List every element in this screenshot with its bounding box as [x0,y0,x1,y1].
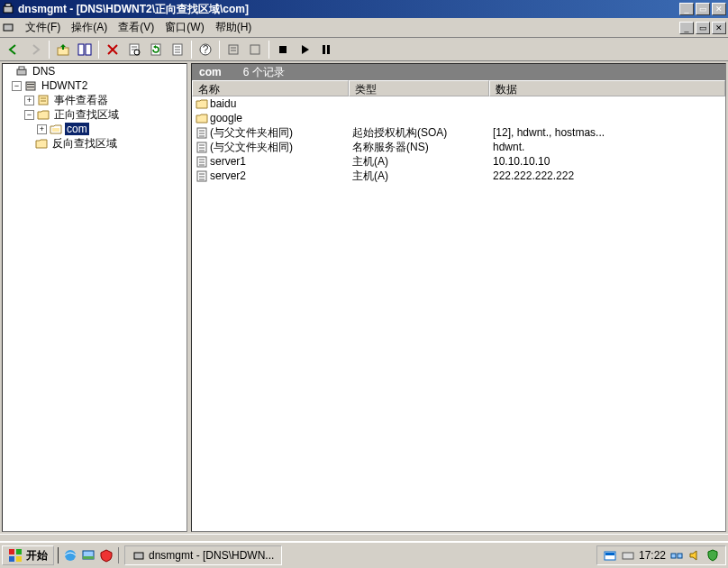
ie-icon[interactable] [62,547,78,563]
minimize-button[interactable]: _ [679,3,694,15]
col-header-name[interactable]: 名称 [192,80,349,96]
mdi-close-button[interactable]: ✕ [712,22,726,34]
svg-rect-4 [78,44,84,55]
record-icon [196,169,208,182]
cell-name: (与父文件夹相同) [192,140,349,155]
dns-icon [14,64,29,78]
tree-panel[interactable]: DNS − HDWNT2 [2,63,187,532]
toolbar-separator [49,41,50,59]
start-button[interactable]: 开始 [2,545,54,565]
delete-button[interactable] [103,40,123,60]
forward-button[interactable] [25,40,45,60]
svg-rect-29 [39,96,48,105]
server-icon [23,78,38,93]
tool-button-1[interactable] [223,40,243,60]
security-icon[interactable] [98,547,114,563]
record-icon [196,126,208,139]
task-button-dnsmgmt[interactable]: dnsmgmt - [DNS\HDWN... [124,545,282,565]
menu-view[interactable]: 查看(V) [113,18,159,37]
mdi-minimize-button[interactable]: _ [679,22,694,34]
system-tray[interactable]: 17:22 [596,545,726,565]
svg-rect-49 [9,549,14,554]
tool-button-2[interactable] [245,40,265,60]
toolbar-separator [219,41,220,59]
cell-data: 10.10.10.10 [489,155,725,168]
col-header-type[interactable]: 类型 [349,80,489,96]
menu-window[interactable]: 窗口(W) [159,18,209,37]
svg-rect-24 [17,69,26,75]
show-desktop-icon[interactable] [80,547,96,563]
svg-rect-32 [52,128,59,132]
tray-shield-icon[interactable] [705,548,720,563]
refresh-button[interactable] [146,40,166,60]
export-button[interactable] [168,40,187,60]
toolbar-separator [268,41,269,59]
svg-rect-59 [623,553,633,559]
mdi-restore-button[interactable]: ▭ [696,22,710,34]
cell-type: 主机(A) [349,169,489,184]
svg-point-53 [65,550,76,561]
menu-help[interactable]: 帮助(H) [210,18,258,37]
show-hide-tree-button[interactable] [75,40,95,60]
cell-data: 222.222.222.222 [489,169,725,182]
table-row[interactable]: server2主机(A)222.222.222.222 [192,169,725,183]
cell-type: 主机(A) [349,154,489,169]
pause-button[interactable] [316,40,336,60]
tree-event-viewer[interactable]: + 事件查看器 [3,93,187,107]
collapse-icon[interactable]: − [12,81,22,91]
play-button[interactable] [295,40,314,60]
close-button[interactable]: ✕ [712,3,726,15]
tray-volume-icon[interactable] [687,548,702,563]
table-row[interactable]: (与父文件夹相同)起始授权机构(SOA)[12], hdwnt., hostma… [192,125,725,140]
tray-network-icon[interactable] [669,548,684,563]
tree-rev-zone[interactable]: 反向查找区域 [3,136,187,151]
menu-action[interactable]: 操作(A) [66,18,113,37]
tree-server[interactable]: − HDWNT2 [3,78,187,93]
tray-clock[interactable]: 17:22 [639,549,666,562]
restore-button[interactable]: ▭ [696,3,710,15]
collapse-icon[interactable]: − [24,110,34,120]
svg-rect-27 [27,84,34,85]
tree-root-dns[interactable]: DNS [3,64,187,78]
svg-rect-26 [26,82,35,90]
mdi-buttons: _ ▭ ✕ [678,22,726,34]
svg-rect-60 [671,554,676,558]
tray-ime-icon[interactable] [603,548,617,563]
expand-icon[interactable]: + [24,96,34,105]
svg-rect-17 [229,45,238,54]
menu-bar: 文件(F) 操作(A) 查看(V) 窗口(W) 帮助(H) _ ▭ ✕ [0,18,728,38]
mdi-icon [2,21,16,35]
folder-icon [36,107,50,122]
help-button[interactable]: ? [196,40,215,60]
svg-rect-23 [327,45,330,54]
list-rows[interactable]: baidugoogle(与父文件夹相同)起始授权机构(SOA)[12], hdw… [192,96,725,531]
svg-rect-52 [16,556,22,562]
tree-zone-com[interactable]: + com [3,122,187,136]
properties-button[interactable] [124,40,144,60]
status-bar [0,534,728,541]
up-button[interactable] [53,40,73,60]
list-panel: com 6 个记录 名称 类型 数据 baidugoogle(与父文件夹相同)起… [191,63,726,532]
app-icon [2,3,14,15]
table-row[interactable]: baidu [192,96,725,111]
toolbar: ? [0,38,728,61]
stop-button[interactable] [273,40,293,60]
menu-file[interactable]: 文件(F) [20,18,66,37]
folder-icon [34,136,49,151]
list-header-dark: com 6 个记录 [192,64,725,80]
col-header-data[interactable]: 数据 [489,80,725,96]
svg-rect-51 [9,556,14,562]
window-title: dnsmgmt - [DNS\HDWNT2\正向查找区域\com] [18,2,678,17]
expand-icon[interactable]: + [37,124,47,134]
window-buttons: _ ▭ ✕ [678,3,726,15]
tree-fwd-zone[interactable]: − 正向查找区域 [3,107,187,122]
back-button[interactable] [4,40,23,60]
svg-rect-1 [5,4,11,6]
record-count: 6 个记录 [243,65,285,80]
cell-data: hdwnt. [489,141,725,153]
table-row[interactable]: google [192,111,725,125]
table-row[interactable]: server1主机(A)10.10.10.10 [192,154,725,169]
svg-rect-28 [27,87,34,87]
table-row[interactable]: (与父文件夹相同)名称服务器(NS)hdwnt. [192,140,725,154]
tray-keyboard-icon[interactable] [621,548,635,563]
